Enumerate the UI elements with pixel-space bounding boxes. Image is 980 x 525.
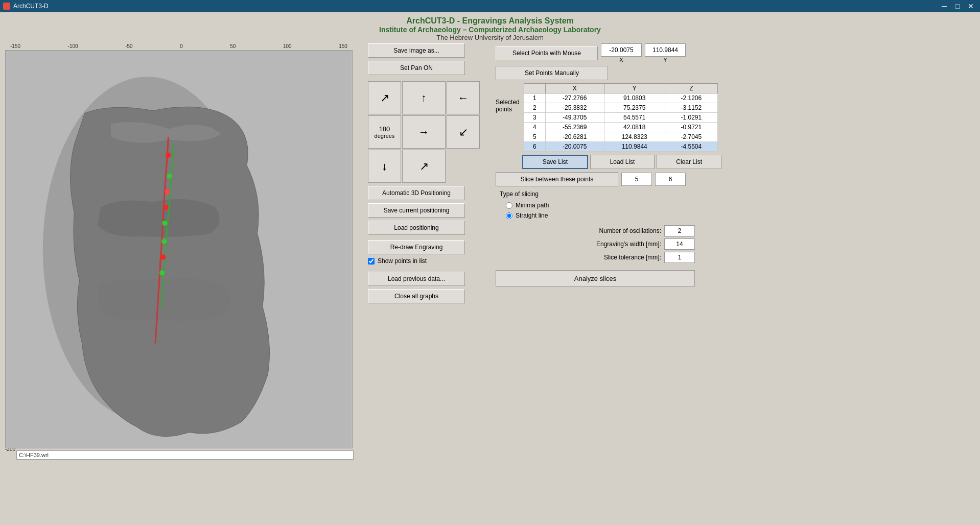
table-row: 6 -20.0075 110.9844 -4.5504 [524, 142, 717, 152]
right-button[interactable]: → [402, 115, 446, 149]
minima-path-label: Minima path [516, 202, 549, 209]
type-slicing-label: Type of slicing [500, 190, 975, 198]
params-section: Number of oscillations: Engraving's widt… [496, 225, 975, 263]
col-z: Z [665, 84, 717, 93]
save-list-button[interactable]: Save List [522, 155, 588, 169]
cell-y: 75.2375 [604, 103, 665, 113]
content-area: -150 -100 -50 0 50 100 150 200 150 100 5… [0, 43, 980, 520]
y-coord-group: Y [645, 43, 686, 63]
cell-x: -20.0075 [545, 142, 604, 152]
straight-line-radio[interactable] [506, 212, 512, 219]
load-list-button[interactable]: Load List [590, 155, 655, 169]
svg-point-9 [160, 254, 166, 259]
oscillations-row: Number of oscillations: [496, 225, 695, 236]
degrees-display: 180 degrees [368, 115, 401, 149]
x-coord-group: X [601, 43, 642, 63]
cell-z: -2.7045 [665, 132, 717, 142]
straight-line-row: Straight line [506, 212, 975, 219]
slice-button[interactable]: Slice between these points [496, 172, 618, 186]
col-y: Y [604, 84, 665, 93]
minima-path-row: Minima path [506, 202, 975, 209]
width-input[interactable] [664, 238, 695, 250]
rotate-downright-button[interactable]: ↗ [402, 150, 446, 183]
show-points-checkbox[interactable] [368, 258, 375, 265]
x-coord-input[interactable] [601, 43, 642, 57]
load-previous-button[interactable]: Load previous data... [368, 272, 465, 286]
cell-x: -55.2369 [545, 123, 604, 132]
width-label: Engraving's width [mm]: [596, 241, 661, 248]
slice-from-input[interactable] [621, 173, 652, 186]
close-graphs-button[interactable]: Close all graphs [368, 289, 465, 303]
set-pan-button[interactable]: Set Pan ON [368, 61, 465, 75]
analyze-section: Analyze slices [496, 270, 695, 287]
y-coord-label: Y [663, 57, 667, 63]
cell-x: -49.3705 [545, 113, 604, 123]
degrees-value: 180 [379, 125, 390, 133]
window-title: ArchCUT3-D [13, 3, 49, 10]
down-button[interactable]: ↓ [368, 150, 401, 183]
cell-y: 124.8323 [604, 132, 665, 142]
svg-point-6 [163, 205, 168, 210]
cell-id: 5 [524, 132, 545, 142]
show-points-label: Show points in list [378, 257, 427, 265]
left-button[interactable]: ← [447, 81, 480, 114]
col-id [524, 84, 545, 93]
cell-x: -20.6281 [545, 132, 604, 142]
canvas-area: -150 -100 -50 0 50 100 150 200 150 100 5… [5, 43, 363, 520]
cell-id: 3 [524, 113, 545, 123]
redraw-button[interactable]: Re-draw Engraving [368, 240, 465, 254]
select-points-mouse-button[interactable]: Select Points with Mouse [496, 46, 598, 60]
straight-line-label: Straight line [516, 212, 548, 219]
file-path: C:\HF39.wrl [16, 450, 354, 460]
minima-path-radio[interactable] [506, 202, 512, 209]
cell-id: 6 [524, 142, 545, 152]
app-icon [3, 3, 10, 10]
selected-points-section: Selectedpoints X Y Z 1 -27.2766 91.0803 … [496, 83, 975, 152]
cell-y: 91.0803 [604, 93, 665, 103]
x-axis-labels: -150 -100 -50 0 50 100 150 [5, 43, 353, 49]
y-coord-input[interactable] [645, 43, 686, 57]
cell-z: -0.9721 [665, 123, 717, 132]
load-positioning-button[interactable]: Load positioning [368, 221, 465, 235]
title-bar-controls[interactable]: ─ □ ✕ [938, 1, 977, 11]
main-plot[interactable] [5, 50, 353, 448]
auto-3d-button[interactable]: Automatic 3D Positioning [368, 186, 465, 200]
cell-y: 54.5571 [604, 113, 665, 123]
rotate-upleft-button[interactable]: ↗ [368, 81, 401, 114]
table-row: 2 -25.3832 75.2375 -3.1152 [524, 103, 717, 113]
save-positioning-button[interactable]: Save current positioning [368, 203, 465, 218]
tolerance-row: Slice tolerance [mm]: [496, 252, 695, 263]
svg-point-7 [162, 221, 167, 226]
maximize-button[interactable]: □ [951, 1, 964, 11]
slice-row: Slice between these points [496, 172, 975, 186]
tolerance-input[interactable] [664, 252, 695, 263]
slice-to-input[interactable] [655, 173, 686, 186]
svg-point-8 [161, 239, 167, 244]
cell-z: -1.0291 [665, 113, 717, 123]
cell-z: -4.5504 [665, 142, 717, 152]
set-manually-button[interactable]: Set Points Manually [496, 66, 608, 80]
cell-x: -27.2766 [545, 93, 604, 103]
x-coord-label: X [619, 57, 623, 63]
show-points-row: Show points in list [368, 257, 491, 265]
cell-y: 42.0818 [604, 123, 665, 132]
cell-y: 110.9844 [604, 142, 665, 152]
cell-id: 4 [524, 123, 545, 132]
title-bar-left: ArchCUT3-D [3, 3, 49, 10]
minimize-button[interactable]: ─ [938, 1, 950, 11]
cell-z: -3.1152 [665, 103, 717, 113]
cell-id: 1 [524, 93, 545, 103]
col-x: X [545, 84, 604, 93]
analyze-slices-button[interactable]: Analyze slices [496, 270, 695, 287]
main-header: ArchCUT3-D - Engravings Analysis System … [0, 12, 980, 43]
close-button[interactable]: ✕ [965, 1, 977, 11]
clear-list-button[interactable]: Clear List [657, 155, 721, 169]
oscillations-input[interactable] [664, 225, 695, 236]
set-manually-row: Set Points Manually [496, 66, 975, 80]
rotate-downleft-button[interactable]: ↙ [447, 115, 480, 149]
cell-x: -25.3832 [545, 103, 604, 113]
up-button[interactable]: ↑ [402, 81, 446, 114]
header-title3: The Hebrew University of Jerusalem [0, 34, 980, 41]
right-panel: Select Points with Mouse X Y Set Points … [496, 43, 975, 520]
save-image-button[interactable]: Save image as... [368, 43, 465, 58]
